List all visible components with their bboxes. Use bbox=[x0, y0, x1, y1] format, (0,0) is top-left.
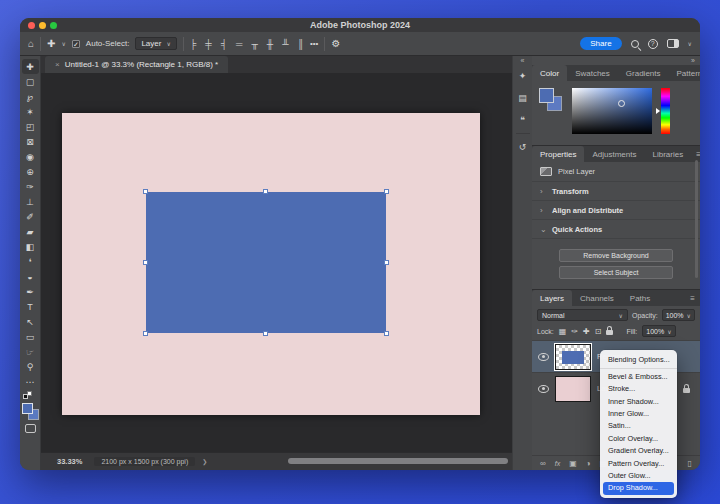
tab-paths[interactable]: Paths bbox=[622, 290, 658, 306]
color-picker-ring[interactable] bbox=[618, 100, 625, 107]
zoom-tool[interactable]: ⚲ bbox=[22, 359, 39, 374]
transform-handle-sw[interactable] bbox=[143, 331, 148, 336]
align-left-edges-icon[interactable]: ╞ bbox=[190, 39, 196, 49]
menu-item-inner-glow[interactable]: Inner Glow... bbox=[600, 408, 677, 420]
move-tool[interactable]: ✚ bbox=[22, 59, 39, 74]
frame-tool[interactable]: ⊠ bbox=[22, 134, 39, 149]
tab-adjustments[interactable]: Adjustments bbox=[584, 146, 644, 162]
auto-select-dropdown[interactable]: Layer ∨ bbox=[135, 37, 176, 50]
dodge-tool[interactable]: ◒ bbox=[22, 269, 39, 284]
delete-layer-icon[interactable]: ▯ bbox=[688, 459, 692, 468]
chevron-down-icon[interactable]: ∨ bbox=[61, 40, 65, 47]
crop-tool[interactable]: ◰ bbox=[22, 119, 39, 134]
canvas[interactable] bbox=[62, 113, 480, 415]
lock-all-icon[interactable] bbox=[606, 330, 613, 335]
lasso-tool[interactable]: ℘ bbox=[22, 89, 39, 104]
lock-transparency-icon[interactable]: ▦ bbox=[559, 327, 567, 336]
help-icon[interactable]: ? bbox=[648, 39, 658, 49]
blur-tool[interactable]: ❛ bbox=[22, 254, 39, 269]
collapse-panels-icon[interactable]: » bbox=[532, 56, 700, 65]
layer-visibility-icon[interactable] bbox=[538, 353, 549, 361]
layer-thumbnail[interactable] bbox=[555, 376, 591, 402]
tab-patterns[interactable]: Patterns bbox=[669, 65, 701, 81]
object-selection-tool[interactable]: ✶ bbox=[22, 104, 39, 119]
edit-toolbar-icon[interactable]: ⋯ bbox=[22, 374, 39, 389]
auto-select-checkbox[interactable]: ✓ bbox=[72, 40, 80, 48]
align-right-edges-icon[interactable]: ╡ bbox=[221, 39, 227, 49]
horizontal-scrollbar[interactable] bbox=[288, 458, 508, 464]
distribute-spacing-icon[interactable]: ║ bbox=[298, 39, 304, 49]
history-brush-tool[interactable]: ✐ bbox=[22, 209, 39, 224]
eraser-tool[interactable]: ▰ bbox=[22, 224, 39, 239]
layer-mask-icon[interactable]: ▣ bbox=[569, 459, 577, 468]
history-icon[interactable]: ↺ bbox=[519, 136, 527, 158]
tab-libraries[interactable]: Libraries bbox=[645, 146, 692, 162]
canvas-workspace[interactable] bbox=[41, 73, 512, 452]
transform-handle-se[interactable] bbox=[384, 331, 389, 336]
document-tab[interactable]: × Untitled-1 @ 33.3% (Rectangle 1, RGB/8… bbox=[45, 56, 228, 73]
remove-background-button[interactable]: Remove Background bbox=[559, 249, 673, 262]
layer-effects-icon[interactable]: fx bbox=[555, 460, 560, 467]
transform-handle-n[interactable] bbox=[263, 189, 268, 194]
rectangle-layer-shape[interactable] bbox=[146, 192, 386, 333]
distribute-center-icon[interactable]: ╫ bbox=[267, 39, 273, 49]
tab-channels[interactable]: Channels bbox=[572, 290, 622, 306]
eyedropper-tool[interactable]: ◉ bbox=[22, 149, 39, 164]
menu-item-blending-options[interactable]: Blending Options... bbox=[600, 354, 677, 366]
tab-swatches[interactable]: Swatches bbox=[567, 65, 618, 81]
gear-icon[interactable]: ⚙ bbox=[331, 38, 340, 49]
transform-handle-e[interactable] bbox=[384, 260, 389, 265]
foreground-color-swatch[interactable] bbox=[539, 88, 554, 103]
menu-item-pattern-overlay[interactable]: Pattern Overlay... bbox=[600, 458, 677, 470]
fill-field[interactable]: 100% ∨ bbox=[642, 325, 675, 337]
distribute-left-icon[interactable]: ╥ bbox=[251, 39, 257, 49]
learn-icon[interactable]: ✦ bbox=[519, 65, 527, 87]
tab-properties[interactable]: Properties bbox=[532, 146, 584, 162]
transform-handle-ne[interactable] bbox=[384, 189, 389, 194]
collapse-dock-icon[interactable]: « bbox=[521, 56, 525, 65]
screen-mode-icon[interactable] bbox=[25, 424, 36, 433]
layer-visibility-icon[interactable] bbox=[538, 385, 549, 393]
blend-mode-dropdown[interactable]: Normal ∨ bbox=[537, 309, 628, 321]
panel-scrollbar[interactable] bbox=[695, 160, 698, 278]
link-layers-icon[interactable]: ∞ bbox=[540, 459, 546, 468]
move-tool-icon[interactable]: ✚ bbox=[47, 38, 55, 49]
clone-stamp-tool[interactable]: ⊥ bbox=[22, 194, 39, 209]
menu-item-gradient-overlay[interactable]: Gradient Overlay... bbox=[600, 445, 677, 457]
transform-handle-w[interactable] bbox=[143, 260, 148, 265]
menu-item-stroke[interactable]: Stroke... bbox=[600, 383, 677, 395]
lock-artboard-icon[interactable]: ⊡ bbox=[595, 327, 602, 336]
status-chevron-icon[interactable]: ❯ bbox=[202, 458, 207, 465]
rectangle-tool[interactable]: ▭ bbox=[22, 329, 39, 344]
section-align-distribute[interactable]: › Align and Distribute bbox=[532, 200, 700, 219]
zoom-level[interactable]: 33.33% bbox=[57, 457, 82, 466]
align-horizontal-centers-icon[interactable]: ╪ bbox=[205, 39, 211, 49]
share-button[interactable]: Share bbox=[580, 37, 621, 50]
menu-item-color-overlay[interactable]: Color Overlay... bbox=[600, 433, 677, 445]
brush-tool[interactable]: ✑ bbox=[22, 179, 39, 194]
lock-position-icon[interactable]: ✚ bbox=[583, 327, 590, 336]
type-tool[interactable]: T bbox=[22, 299, 39, 314]
gradient-tool[interactable]: ◧ bbox=[22, 239, 39, 254]
hand-tool[interactable]: ☞ bbox=[22, 344, 39, 359]
pen-tool[interactable]: ✒ bbox=[22, 284, 39, 299]
close-tab-icon[interactable]: × bbox=[55, 60, 60, 69]
layer-thumbnail[interactable] bbox=[555, 344, 591, 370]
menu-item-outer-glow[interactable]: Outer Glow... bbox=[600, 470, 677, 482]
chevron-down-icon[interactable]: ∨ bbox=[688, 40, 692, 47]
path-selection-tool[interactable]: ↖ bbox=[22, 314, 39, 329]
workspace-icon[interactable] bbox=[667, 39, 679, 48]
section-transform[interactable]: › Transform bbox=[532, 181, 700, 200]
more-options-icon[interactable]: ••• bbox=[310, 39, 318, 48]
rectangular-marquee-tool[interactable]: ▢ bbox=[22, 74, 39, 89]
panel-menu-icon[interactable]: ≡ bbox=[685, 290, 700, 306]
healing-brush-tool[interactable]: ⊕ bbox=[22, 164, 39, 179]
opacity-field[interactable]: 100% ∨ bbox=[662, 309, 695, 321]
lock-pixels-icon[interactable]: ✑ bbox=[571, 327, 578, 336]
saturation-brightness-field[interactable] bbox=[572, 88, 652, 134]
tab-color[interactable]: Color bbox=[532, 65, 567, 81]
transform-handle-nw[interactable] bbox=[143, 189, 148, 194]
align-top-edges-icon[interactable]: ═ bbox=[236, 39, 242, 49]
section-quick-actions[interactable]: ⌄ Quick Actions bbox=[532, 219, 700, 238]
transform-handle-s[interactable] bbox=[263, 331, 268, 336]
